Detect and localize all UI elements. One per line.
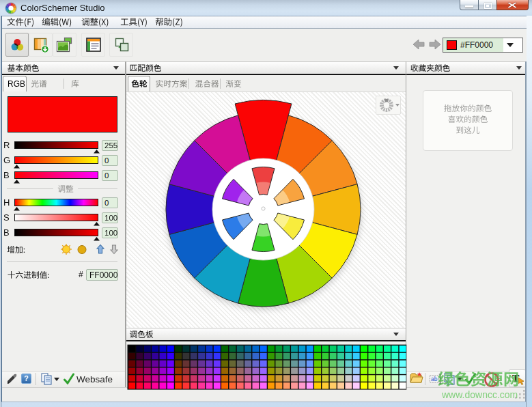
svg-text:ab: ab: [431, 376, 438, 382]
